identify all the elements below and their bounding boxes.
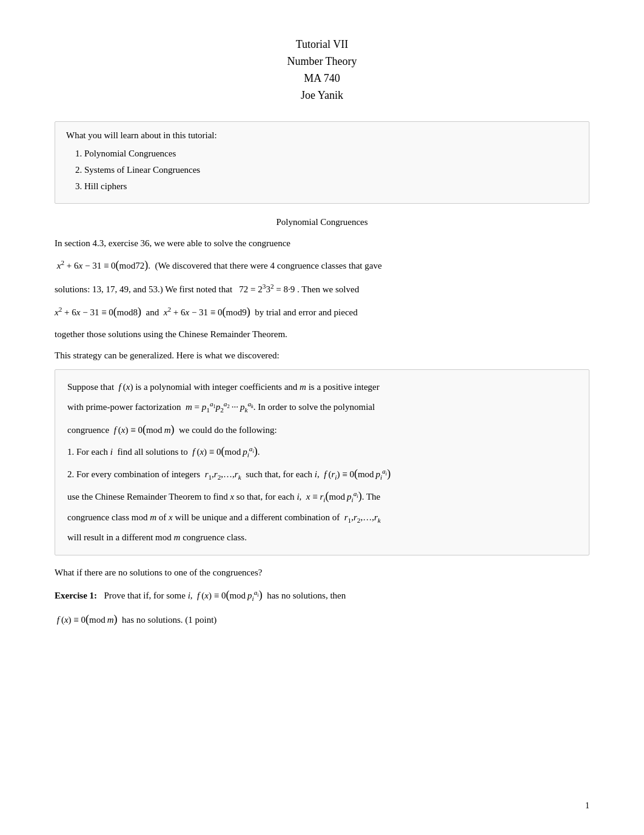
section1-p6: This strategy can be generalized. Here i… — [55, 348, 589, 363]
page-number: 1 — [585, 801, 589, 811]
theorem-step1: 1. For each i find all solutions to f (x… — [67, 442, 577, 461]
section1-title: Polynomial Congruences — [55, 217, 589, 227]
intro-label: What you will learn about in this tutori… — [66, 130, 578, 141]
theorem-line2: with prime-power factorization m = p1a1p… — [67, 398, 577, 416]
theorem-box: Suppose that f (x) is a polynomial with … — [55, 369, 589, 555]
exercise-question: What if there are no solutions to one of… — [55, 565, 589, 580]
theorem-step2c: congruence class mod m of x will be uniq… — [67, 510, 577, 526]
section1-p1: In section 4.3, exercise 36, we were abl… — [55, 236, 589, 251]
header-line1: Tutorial VII — [55, 36, 589, 53]
list-item: Polynomial Congruences — [84, 146, 578, 162]
header-line3: MA 740 — [55, 70, 589, 87]
header-line4: Joe Yanik — [55, 87, 589, 104]
header-line2: Number Theory — [55, 53, 589, 70]
theorem-step2b: use the Chinese Remainder Theorem to fin… — [67, 487, 577, 506]
section1-p2: x2 + 6x − 31 ≡ 0(mod72). (We discovered … — [55, 257, 589, 275]
exercise-label: Exercise 1: Prove that if, for some i, f… — [55, 586, 589, 605]
exercise-conclusion: f (x) ≡ 0(mod m) has no solutions. (1 po… — [55, 611, 589, 629]
theorem-line1: Suppose that f (x) is a polynomial with … — [67, 380, 577, 395]
list-item: Hill ciphers — [84, 178, 578, 195]
intro-box: What you will learn about in this tutori… — [55, 121, 589, 204]
section1-p3: solutions: 13, 17, 49, and 53.) We first… — [55, 281, 589, 297]
section1-p4: x2 + 6x − 31 ≡ 0(mod8) and x2 + 6x − 31 … — [55, 303, 589, 321]
theorem-step2a: 2. For every combination of integers r1,… — [67, 464, 577, 483]
theorem-line3: congruence f (x) ≡ 0(mod m) we could do … — [67, 420, 577, 439]
section1-p5: together those solutions using the Chine… — [55, 327, 589, 342]
intro-list: Polynomial Congruences Systems of Linear… — [84, 146, 578, 195]
document-header: Tutorial VII Number Theory MA 740 Joe Ya… — [55, 36, 589, 104]
theorem-step2d: will result in a different mod m congrue… — [67, 530, 577, 546]
list-item: Systems of Linear Congruences — [84, 162, 578, 178]
